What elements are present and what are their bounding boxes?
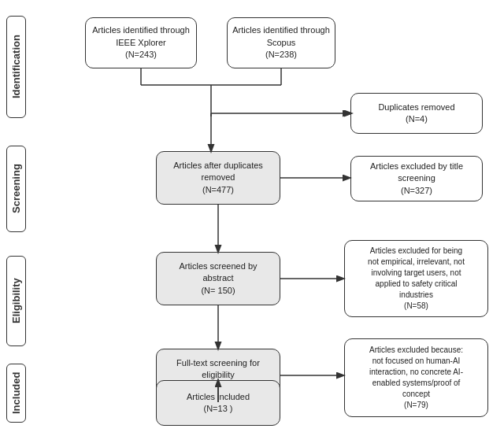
box-after-duplicates: Articles after duplicates removed (N=477… <box>156 151 280 205</box>
phase-included: Included <box>6 364 26 423</box>
box-screened-abstract: Articles screened by abstract (N= 150) <box>156 252 280 305</box>
box-scopus: Articles identified through Scopus (N=23… <box>227 17 335 68</box>
box-duplicates-removed: Duplicates removed (N=4) <box>350 93 483 134</box>
box-excluded-human-ai: Articles excluded because: not focused o… <box>344 338 488 417</box>
phase-eligibility: Eligibility <box>6 256 26 346</box>
box-ieee: Articles identified through IEEE Xplorer… <box>85 17 197 68</box>
prisma-diagram: Identification Screening Eligibility Inc… <box>0 0 504 436</box>
phase-identification: Identification <box>6 16 26 118</box>
box-included: Articles included (N=13 ) <box>156 380 280 426</box>
box-excluded-empirical: Articles excluded for being not empirica… <box>344 240 488 317</box>
box-excluded-title: Articles excluded by title screening (N=… <box>350 156 483 201</box>
phase-screening: Screening <box>6 146 26 232</box>
